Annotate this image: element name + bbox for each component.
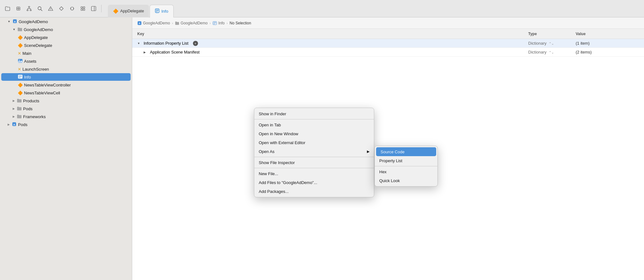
chevron-open-icon: ▼ <box>8 20 10 23</box>
folder-icon[interactable] <box>3 4 12 13</box>
sidebar-item-label: Pods <box>23 106 33 111</box>
sidebar-item-label: Pods <box>18 122 28 127</box>
open-as-submenu: Source Code Property List Hex Quick Look <box>375 146 438 187</box>
sidebar-item-label: GoogleAdDemo <box>24 27 53 32</box>
sidebar-item-label: SceneDelegate <box>24 43 52 48</box>
row-key-label: Application Scene Manifest <box>150 50 200 54</box>
menu-item-add-packages[interactable]: Add Packages... <box>254 187 374 196</box>
chevron-closed-icon: ▶ <box>13 115 15 118</box>
tab-area: 🔶 AppDelegate Info <box>108 0 174 17</box>
breadcrumb-separator: › <box>209 21 211 25</box>
tab-info[interactable]: Info <box>150 5 174 17</box>
row-type: Dictionary ⌃⌄ <box>528 41 576 46</box>
sidebar-item-launchscreen[interactable]: ✕ LaunchScreen <box>1 65 131 73</box>
sidebar-item-scenedelegate[interactable]: 🔶 SceneDelegate <box>1 41 131 49</box>
warning-icon[interactable] <box>46 4 55 13</box>
toolbar: 🔶 AppDelegate Info <box>0 0 644 17</box>
breadcrumb-no-selection-label: No Selection <box>230 21 251 25</box>
inspector-icon[interactable] <box>89 4 98 13</box>
tab-appdelegate[interactable]: 🔶 AppDelegate <box>108 5 149 17</box>
sidebar-item-googleaddemo-folder[interactable]: ▼ GoogleAdDemo <box>1 26 131 33</box>
sidebar-item-pods-project[interactable]: ▶ A Pods <box>1 121 131 128</box>
sidebar-item-label: Products <box>23 99 39 103</box>
storyboard-icon: ✕ <box>18 67 21 72</box>
context-menu: Show in Finder Open in Tab Open in New W… <box>254 108 374 197</box>
sidebar-item-pods[interactable]: ▶ Pods <box>1 105 131 112</box>
sidebar-item-frameworks[interactable]: ▶ Frameworks <box>1 113 131 120</box>
svg-text:A: A <box>139 22 140 24</box>
breadcrumb-googleaddemo-folder-label: GoogleAdDemo <box>181 21 207 25</box>
table-row[interactable]: ▼ Information Property List + Dictionary… <box>132 39 644 48</box>
sidebar-item-label: AppDelegate <box>24 35 48 40</box>
sidebar-item-appdelegate[interactable]: 🔶 AppDelegate <box>1 34 131 41</box>
svg-rect-4 <box>27 10 28 11</box>
menu-separator <box>254 168 374 168</box>
sidebar-item-label: Frameworks <box>23 114 46 119</box>
sidebar-item-main[interactable]: ✕ Main <box>1 49 131 57</box>
menu-item-show-file-inspector[interactable]: Show File Inspector <box>254 158 374 167</box>
sidebar-item-newstableviewcontroller[interactable]: 🔶 NewsTableViewController <box>1 81 131 89</box>
breadcrumb-separator: › <box>172 21 173 25</box>
sidebar-item-info[interactable]: Info <box>1 73 131 81</box>
row-value: (2 items) <box>576 50 639 54</box>
submenu-item-quick-look[interactable]: Quick Look <box>375 176 437 185</box>
submenu-item-hex[interactable]: Hex <box>375 167 437 176</box>
breadcrumb-info-label: Info <box>218 21 225 25</box>
diamond-icon[interactable] <box>57 4 66 13</box>
chevron-closed-icon: ▶ <box>8 123 10 126</box>
submenu-item-property-list[interactable]: Property List <box>375 156 437 165</box>
hierarchy-icon[interactable] <box>25 4 34 13</box>
crop-icon[interactable] <box>14 4 23 13</box>
row-type-stepper[interactable]: ⌃⌄ <box>549 51 554 54</box>
sidebar-item-assets[interactable]: Assets <box>1 57 131 65</box>
svg-point-13 <box>50 10 51 10</box>
breadcrumb-googleaddemo-folder[interactable]: GoogleAdDemo <box>175 21 207 25</box>
swift-icon: 🔶 <box>18 43 23 48</box>
sidebar-item-googleaddemo-project[interactable]: ▼ A GoogleAdDemo <box>1 18 131 25</box>
col-value-header: Value <box>576 32 639 36</box>
table-header: Key Type Value <box>132 29 644 39</box>
svg-rect-17 <box>81 7 83 8</box>
breadcrumb-info[interactable]: Info <box>213 21 225 25</box>
swift-icon: 🔶 <box>18 83 23 87</box>
table-row[interactable]: ▶ Application Scene Manifest Dictionary … <box>132 48 644 57</box>
row-chevron-icon[interactable]: ▼ <box>137 42 142 45</box>
svg-rect-3 <box>28 6 30 7</box>
menu-item-show-in-finder[interactable]: Show in Finder <box>254 109 374 118</box>
menu-item-open-new-window[interactable]: Open in New Window <box>254 129 374 138</box>
col-key-header: Key <box>137 32 528 36</box>
sidebar-item-label: Info <box>24 75 31 80</box>
menu-item-open-external-editor[interactable]: Open with External Editor <box>254 138 374 147</box>
row-key-label: Information Property List <box>144 41 189 46</box>
sidebar-item-label: NewsTableViewCell <box>24 91 60 95</box>
row-chevron-icon[interactable]: ▶ <box>144 51 148 54</box>
menu-item-new-file[interactable]: New File... <box>254 169 374 178</box>
folder-icon <box>17 114 22 119</box>
svg-rect-18 <box>83 7 85 8</box>
app-project-icon: A <box>12 122 17 128</box>
content-area: A GoogleAdDemo › GoogleAdDemo › Info <box>132 17 644 280</box>
svg-point-30 <box>19 60 20 60</box>
row-key: ▶ Application Scene Manifest <box>137 50 528 54</box>
svg-text:A: A <box>14 20 16 23</box>
menu-item-open-as[interactable]: Open As ▶ Source Code Property List <box>254 147 374 156</box>
chevron-closed-icon: ▶ <box>13 99 15 102</box>
plist-icon <box>155 9 159 14</box>
folder-icon <box>17 106 22 111</box>
menu-item-add-files[interactable]: Add Files to "GoogleAdDemo"... <box>254 178 374 187</box>
search-icon[interactable] <box>35 4 44 13</box>
row-key: ▼ Information Property List + <box>137 41 528 46</box>
breadcrumb-googleaddemo-app[interactable]: A GoogleAdDemo <box>137 21 170 25</box>
swift-icon: 🔶 <box>18 35 23 40</box>
sidebar-item-label: GoogleAdDemo <box>19 19 48 24</box>
shape-icon[interactable] <box>78 4 87 13</box>
menu-item-open-in-tab[interactable]: Open in Tab <box>254 120 374 129</box>
breakpoint-icon[interactable] <box>68 4 77 13</box>
row-type-stepper[interactable]: ⌃⌄ <box>549 42 554 45</box>
sidebar-item-newstableviewcell[interactable]: 🔶 NewsTableViewCell <box>1 89 131 97</box>
menu-separator <box>254 119 374 119</box>
svg-rect-19 <box>81 9 83 10</box>
row-add-button[interactable]: + <box>193 41 198 46</box>
sidebar-item-products[interactable]: ▶ Products <box>1 97 131 105</box>
submenu-item-source-code[interactable]: Source Code <box>376 147 436 156</box>
